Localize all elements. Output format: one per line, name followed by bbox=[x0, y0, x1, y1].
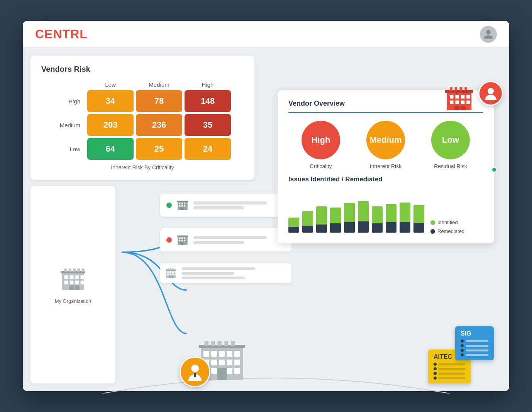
bar-remediated bbox=[288, 227, 299, 233]
bar-remediated bbox=[302, 226, 313, 233]
bar-group bbox=[288, 190, 299, 233]
svg-rect-85 bbox=[234, 368, 240, 374]
bar-remediated bbox=[330, 223, 341, 233]
remediated-dot bbox=[430, 229, 435, 234]
svg-rect-15 bbox=[464, 87, 467, 91]
bar-group bbox=[316, 190, 327, 233]
cell-high-medium: 78 bbox=[136, 90, 182, 112]
svg-rect-56 bbox=[172, 271, 174, 273]
chart-area: Identified Remediated bbox=[288, 188, 483, 234]
app-content: Vendors Risk Low Medium High High 34 78 bbox=[23, 48, 509, 391]
cell-high-low: 34 bbox=[87, 90, 134, 112]
cell-low-high: 24 bbox=[185, 138, 231, 160]
org-panel: My Organization bbox=[30, 186, 115, 383]
vendor-building-2 bbox=[176, 233, 189, 247]
residual-risk-item: Low Residual Risk bbox=[431, 121, 470, 169]
bar-group bbox=[386, 190, 396, 233]
sig-lines bbox=[461, 339, 488, 356]
remediated-label: Remediated bbox=[437, 228, 464, 234]
svg-rect-13 bbox=[455, 87, 457, 91]
svg-rect-20 bbox=[70, 275, 74, 279]
bar-remediated bbox=[386, 222, 396, 233]
vendor-person-avatar bbox=[478, 81, 503, 106]
svg-rect-6 bbox=[450, 100, 454, 104]
svg-point-67 bbox=[191, 365, 199, 372]
bar-group bbox=[413, 190, 424, 233]
svg-rect-40 bbox=[181, 205, 183, 207]
user-avatar[interactable] bbox=[480, 26, 497, 43]
bar-identified bbox=[302, 211, 313, 226]
vendor-dot-1 bbox=[166, 203, 172, 208]
svg-rect-7 bbox=[455, 100, 459, 104]
row-label-high: High bbox=[54, 98, 85, 105]
chart-legend: Identified Remediated bbox=[430, 220, 464, 234]
svg-rect-5 bbox=[466, 95, 470, 99]
bar-group bbox=[330, 190, 341, 233]
svg-rect-30 bbox=[69, 268, 71, 272]
bar-group bbox=[372, 190, 383, 233]
cell-low-medium: 25 bbox=[136, 138, 182, 160]
svg-rect-76 bbox=[234, 351, 240, 357]
cell-medium-medium: 236 bbox=[136, 114, 182, 136]
vendor-building-1 bbox=[176, 198, 189, 212]
risk-grid-rows: High 34 78 148 Medium 203 236 35 bbox=[54, 90, 231, 160]
svg-rect-60 bbox=[172, 274, 174, 275]
svg-rect-80 bbox=[227, 360, 232, 365]
svg-rect-1 bbox=[445, 90, 473, 93]
risk-row-low: Low 64 25 24 bbox=[54, 138, 231, 160]
svg-rect-25 bbox=[75, 280, 79, 284]
svg-rect-58 bbox=[167, 274, 169, 275]
vendor-overview-panel: Vendor Overview High Criticality Medium … bbox=[278, 90, 494, 243]
vendor-card-3 bbox=[160, 263, 291, 283]
svg-rect-42 bbox=[181, 208, 183, 210]
svg-rect-44 bbox=[177, 235, 188, 236]
criticality-circle: High bbox=[302, 121, 340, 159]
col-empty bbox=[54, 81, 85, 88]
criticality-item: High Criticality bbox=[302, 121, 340, 169]
risk-grid-header: Low Medium High bbox=[54, 81, 231, 88]
svg-rect-86 bbox=[217, 368, 227, 380]
bar-identified bbox=[288, 218, 299, 227]
bar-group bbox=[400, 190, 410, 233]
inherent-risk-label: Inherent Risk bbox=[370, 163, 402, 169]
vendor-line bbox=[193, 241, 244, 244]
bar-identified bbox=[316, 206, 327, 225]
svg-rect-49 bbox=[181, 240, 183, 241]
bar-identified bbox=[400, 203, 410, 222]
risk-grid-container: Low Medium High High 34 78 148 bbox=[41, 81, 244, 171]
aitec-lines bbox=[434, 363, 465, 380]
svg-rect-65 bbox=[169, 276, 171, 278]
vendor-card-2 bbox=[160, 228, 291, 252]
bar-group bbox=[302, 190, 313, 233]
identified-label: Identified bbox=[437, 220, 458, 225]
svg-rect-10 bbox=[454, 106, 459, 110]
svg-rect-45 bbox=[179, 237, 180, 239]
svg-rect-66 bbox=[172, 276, 174, 278]
bar-group bbox=[358, 190, 369, 233]
bar-identified bbox=[358, 201, 369, 221]
svg-rect-9 bbox=[466, 100, 470, 104]
svg-rect-22 bbox=[81, 275, 85, 279]
residual-risk-label: Residual Risk bbox=[434, 163, 467, 169]
svg-rect-81 bbox=[234, 360, 240, 365]
svg-rect-51 bbox=[181, 242, 183, 245]
bar-remediated bbox=[400, 222, 410, 233]
inherent-risk-item: Medium Inherent Risk bbox=[366, 121, 405, 169]
svg-rect-35 bbox=[177, 201, 188, 202]
cell-medium-low: 203 bbox=[87, 114, 134, 136]
svg-rect-72 bbox=[203, 351, 209, 357]
svg-rect-54 bbox=[167, 271, 169, 273]
cell-medium-high: 35 bbox=[185, 114, 231, 136]
svg-rect-78 bbox=[211, 360, 217, 365]
identified-dot bbox=[430, 220, 435, 225]
svg-rect-87 bbox=[205, 341, 208, 346]
svg-rect-2 bbox=[450, 95, 454, 99]
green-dot-connector bbox=[491, 167, 497, 172]
app-logo: CENTRL bbox=[35, 27, 88, 41]
svg-rect-31 bbox=[73, 268, 76, 272]
svg-rect-48 bbox=[179, 240, 180, 241]
svg-rect-83 bbox=[211, 368, 217, 374]
svg-rect-62 bbox=[168, 268, 169, 270]
bar-remediated bbox=[344, 222, 355, 233]
bar-identified bbox=[344, 203, 355, 222]
